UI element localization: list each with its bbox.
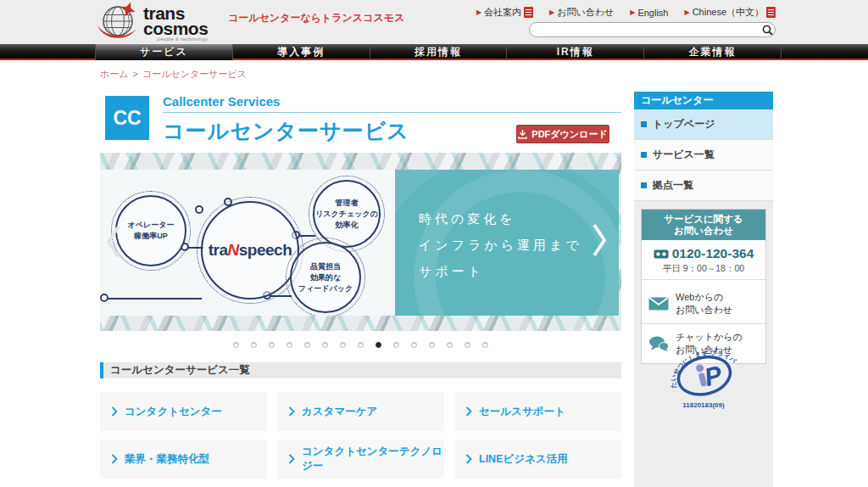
link-chinese[interactable]: ▶ Chinese（中文） [684,6,776,19]
business-hours: 平日 9：00～18：00 [642,263,765,280]
carousel-dot[interactable] [287,342,292,348]
search-icon[interactable] [760,23,775,36]
carousel-prev-icon[interactable] [105,224,122,263]
carousel-dot[interactable] [358,342,364,348]
square-bullet-icon [641,152,647,158]
section-title: コールセンターサービス一覧 [100,362,621,378]
square-bullet-icon [641,121,647,127]
service-customer-care[interactable]: カスタマーケア [277,392,444,431]
chevron-right-icon [465,454,472,464]
phone-number[interactable]: 0120-120-364 [672,246,754,261]
sidebar-item-top-page[interactable]: トップページ [634,109,773,140]
link-english[interactable]: ▶ English [630,8,668,18]
carousel-dot[interactable] [376,342,381,348]
bubble-operator: オペレーター 稼働率UP [115,195,186,266]
sidebar-item-service-list[interactable]: サービス一覧 [634,140,773,171]
service-sales-support[interactable]: セールスサポート [454,392,621,431]
download-icon [518,130,527,139]
square-bullet-icon [641,182,647,188]
search-bar [529,22,776,37]
link-contact[interactable]: ▶ お問い合わせ [549,6,614,19]
chevron-right-icon [111,406,118,417]
chevron-right-icon [465,406,472,417]
service-line-business[interactable]: LINEビジネス活用 [454,439,621,479]
cc-badge: CC [105,96,149,140]
search-input[interactable] [530,24,760,36]
nav-recruit[interactable]: 採用情報 [370,44,507,60]
free-dial-icon [654,249,669,259]
carousel-dot[interactable] [393,342,399,348]
carousel-dot[interactable] [322,342,328,348]
arrow-icon: ▶ [476,8,481,16]
link-company-info[interactable]: ▶ 会社案内 [476,6,533,19]
page-hero: CC Callcenter Services コールセンターサービス PDFダウ… [100,89,621,153]
pdf-icon [524,7,533,18]
top-header: trans cosmos people & technology コールセンター… [0,0,868,44]
slide-message: 時代の変化を インフラから運用まで サポート [419,205,582,284]
contact-box-header: サービスに関する お問い合わせ [642,210,765,240]
hero-title-en: Callcenter Services [163,94,621,113]
logo-wordmark: trans cosmos people & technology [143,6,208,42]
transcosmos-logo[interactable]: trans cosmos people & technology [95,1,208,47]
carousel-dot[interactable] [251,342,257,348]
bubble-quality: 品質担当 効果的な フィードバック [290,242,361,313]
service-contact-center[interactable]: コンタクトセンター [100,392,267,431]
transpeech-logo-bubble: traNspeech [201,201,299,299]
carousel-dot[interactable] [233,342,239,348]
chevron-right-icon [288,454,295,464]
service-list: コンタクトセンター カスタマーケア セールスサポート 業界・業務特化型 コンタク… [100,392,621,479]
carousel-dot[interactable] [465,342,470,348]
chevron-right-icon [111,454,118,464]
sidebar-item-locations[interactable]: 拠点一覧 [634,171,773,201]
carousel-dot[interactable] [447,342,453,348]
pdf-icon [766,7,776,18]
arrow-icon: ▶ [684,8,689,16]
arrow-icon: ▶ [549,8,554,16]
carousel-dot[interactable] [269,342,275,348]
nav-services[interactable]: サービス [95,44,232,60]
carousel-dot[interactable] [429,342,435,348]
nav-ir[interactable]: IR情報 [506,44,643,60]
service-contact-center-technology[interactable]: コンタクトセンターテクノロジー [277,439,444,479]
sidebar-title: コールセンター [634,92,773,109]
breadcrumb-current: コールセンターサービス [142,69,247,79]
phone-block: 0120-120-364 平日 9：00～18：00 [642,240,765,284]
carousel-dot[interactable] [340,342,346,348]
sidebar: コールセンター トップページ サービス一覧 拠点一覧 サービスに関する お問い合… [634,92,773,487]
carousel-dot[interactable] [482,342,488,348]
carousel-slide[interactable]: traNspeech オペレーター 稼働率UP 管理者 リスクチェックの 効率化… [100,153,621,331]
carousel-dot[interactable] [304,342,310,348]
nav-corporate[interactable]: 企業情報 [643,44,782,60]
envelope-icon [648,297,669,311]
svg-text:P: P [702,360,726,391]
web-inquiry-link[interactable]: Webからの お問い合わせ [642,284,765,324]
breadcrumb: ホーム>コールセンターサービス [100,68,247,81]
service-industry-specialized[interactable]: 業界・業務特化型 [100,439,267,479]
slide-message-panel: 時代の変化を インフラから運用まで サポート [395,170,619,316]
breadcrumb-separator: > [133,69,138,79]
utility-links: ▶ 会社案内 ▶ お問い合わせ ▶ English ▶ Chinese（中文） [476,6,776,19]
nav-case-studies[interactable]: 導入事例 [232,44,370,60]
chevron-right-icon [288,406,295,417]
carousel-next-icon[interactable] [591,222,608,261]
privacy-mark[interactable]: たいせつにします プライバシー P 11820183(09) [661,340,746,409]
arrow-icon: ▶ [630,8,635,16]
carousel-dots [100,342,621,348]
breadcrumb-home[interactable]: ホーム [100,69,129,79]
main-navigation: サービス 導入事例 採用情報 IR情報 企業情報 [0,44,868,60]
globe-icon [95,1,139,47]
site-tagline: コールセンターならトランスコスモス [228,11,404,25]
carousel-dot[interactable] [411,342,417,348]
pdf-download-button[interactable]: PDFダウンロード [516,125,609,143]
